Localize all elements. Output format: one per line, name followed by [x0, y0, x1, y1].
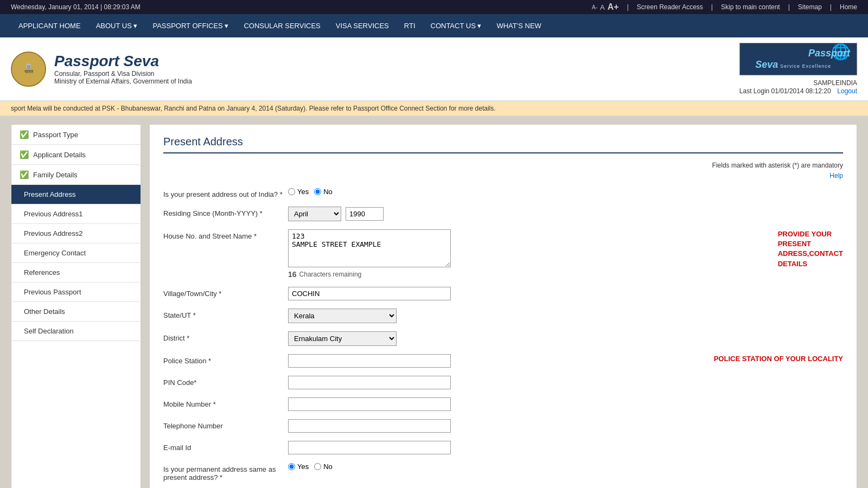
- emblem-logo: 🏛️भारत: [11, 52, 46, 87]
- site-ministry: Ministry of External Affairs, Government…: [54, 78, 192, 85]
- pin-code-input[interactable]: [288, 376, 451, 389]
- font-medium[interactable]: A: [600, 3, 605, 11]
- header-right: PassportSeva Service Excellence 🌐 SAMPLE…: [739, 43, 857, 95]
- site-subtitle: Consular, Passport & Visa Division: [54, 70, 192, 78]
- check-icon: ✅: [20, 130, 29, 139]
- sidebar-label: Previous Address1: [24, 210, 82, 218]
- state-select[interactable]: Kerala Maharashtra Delhi Tamil Nadu Karn…: [288, 309, 397, 323]
- sidebar-label: Other Details: [24, 307, 65, 316]
- telephone-label: Telephone Number: [163, 419, 283, 430]
- house-street-textarea[interactable]: 123 SAMPLE STREET EXAMPLE: [288, 229, 451, 267]
- main-content: ✅ Passport Type ✅ Applicant Details ✅ Fa…: [0, 116, 868, 488]
- out-of-india-yes-label[interactable]: Yes: [288, 188, 309, 196]
- mobile-control: [288, 397, 843, 411]
- nav-contact-us[interactable]: CONTACT US ▾: [423, 14, 489, 37]
- permanent-no-label[interactable]: No: [314, 463, 333, 471]
- sidebar-item-previous-address1[interactable]: Previous Address1: [11, 204, 141, 224]
- mobile-label: Mobile Number *: [163, 397, 283, 408]
- datetime: Wednesday, January 01, 2014 | 08:29:03 A…: [11, 3, 141, 11]
- font-small[interactable]: A-: [592, 4, 597, 10]
- telephone-row: Telephone Number: [163, 419, 843, 433]
- email-input[interactable]: [288, 441, 451, 454]
- year-input[interactable]: [346, 207, 384, 221]
- pin-code-control: [288, 376, 843, 389]
- sidebar-item-previous-passport[interactable]: Previous Passport: [11, 282, 141, 302]
- out-of-india-label: Is your present address out of India? *: [163, 188, 283, 198]
- sidebar-item-self-declaration[interactable]: Self Declaration: [11, 322, 141, 341]
- sidebar-item-applicant-details[interactable]: ✅ Applicant Details: [11, 145, 141, 165]
- sidebar: ✅ Passport Type ✅ Applicant Details ✅ Fa…: [11, 124, 141, 488]
- nav-whats-new[interactable]: WHAT'S NEW: [489, 14, 548, 37]
- sidebar-item-previous-address2[interactable]: Previous Address2: [11, 224, 141, 243]
- nav-about-us[interactable]: ABOUT US ▾: [88, 14, 145, 37]
- sitemap-link[interactable]: Sitemap: [798, 3, 822, 11]
- district-select[interactable]: Ernakulam City Thiruvananthapuram Kozhik…: [288, 331, 397, 346]
- screen-reader-link[interactable]: Screen Reader Access: [637, 3, 703, 11]
- sidebar-item-family-details[interactable]: ✅ Family Details: [11, 165, 141, 185]
- check-icon: ✅: [20, 170, 29, 179]
- nav-passport-offices[interactable]: PASSPORT OFFICES ▾: [145, 14, 236, 37]
- nav-visa-services[interactable]: VISA SERVICES: [328, 14, 397, 37]
- out-of-india-yes-radio[interactable]: [288, 188, 295, 195]
- skip-main-link[interactable]: Skip to main content: [721, 3, 780, 11]
- email-control: [288, 441, 843, 454]
- last-login: Last Login 01/01/2014 08:12:20: [739, 87, 831, 95]
- permanent-no-radio[interactable]: [314, 463, 321, 470]
- home-link[interactable]: Home: [840, 3, 857, 11]
- font-large[interactable]: A+: [608, 2, 619, 12]
- police-station-hint: POLICE STATION OF YOUR LOCALITY: [714, 354, 843, 364]
- house-street-label: House No. and Street Name *: [163, 229, 283, 240]
- permanent-same-control: Yes No: [288, 463, 843, 471]
- ticker: sport Mela will be conducted at PSK - Bh…: [0, 101, 868, 116]
- permanent-yes-label[interactable]: Yes: [288, 463, 309, 471]
- check-icon: ✅: [20, 150, 29, 159]
- font-controls[interactable]: A- A A+: [592, 2, 619, 12]
- nav-applicant-home[interactable]: APPLICANT HOME: [11, 14, 88, 37]
- state-row: State/UT * Kerala Maharashtra Delhi Tami…: [163, 309, 843, 323]
- police-station-input[interactable]: [288, 354, 451, 368]
- sidebar-item-other-details[interactable]: Other Details: [11, 302, 141, 322]
- header-left: 🏛️भारत Passport Seva Consular, Passport …: [11, 52, 192, 87]
- chars-label: Characters remaining: [299, 271, 362, 278]
- district-row: District * Ernakulam City Thiruvananthap…: [163, 331, 843, 346]
- sidebar-label: Self Declaration: [24, 327, 74, 335]
- house-street-row: House No. and Street Name * 123 SAMPLE S…: [163, 229, 843, 279]
- header-logo-text: Passport Seva Consular, Passport & Visa …: [54, 53, 192, 85]
- house-street-control: 123 SAMPLE STREET EXAMPLE 16 Characters …: [288, 229, 762, 279]
- sidebar-item-references[interactable]: References: [11, 263, 141, 282]
- content-area: Present Address Fields marked with aster…: [149, 124, 857, 488]
- telephone-input[interactable]: [288, 419, 451, 433]
- state-label: State/UT *: [163, 309, 283, 319]
- top-bar: Wednesday, January 01, 2014 | 08:29:03 A…: [0, 0, 868, 14]
- site-title: Passport Seva: [54, 53, 192, 70]
- chars-remaining: 16 Characters remaining: [288, 270, 361, 279]
- sidebar-label: Present Address: [24, 190, 75, 198]
- permanent-same-row: Is your permanent address same as presen…: [163, 463, 843, 481]
- nav-consular-services[interactable]: CONSULAR SERVICES: [236, 14, 328, 37]
- sidebar-item-passport-type[interactable]: ✅ Passport Type: [11, 125, 141, 145]
- out-of-india-no-label[interactable]: No: [314, 188, 333, 196]
- top-bar-right: A- A A+ | Screen Reader Access | Skip to…: [592, 2, 857, 12]
- sidebar-label: References: [24, 268, 60, 277]
- mobile-row: Mobile Number *: [163, 397, 843, 411]
- logout-link[interactable]: Logout: [837, 87, 857, 95]
- help-link[interactable]: Help: [163, 172, 843, 179]
- district-label: District *: [163, 331, 283, 342]
- state-control: Kerala Maharashtra Delhi Tamil Nadu Karn…: [288, 309, 843, 323]
- email-label: E-mail Id: [163, 441, 283, 452]
- email-row: E-mail Id: [163, 441, 843, 454]
- address-hint: PROVIDE YOURPRESENTADRESS,CONTACTDETAILS: [778, 229, 843, 269]
- out-of-india-row: Is your present address out of India? * …: [163, 188, 843, 198]
- mobile-input[interactable]: [288, 397, 451, 411]
- permanent-yes-radio[interactable]: [288, 463, 295, 470]
- residing-since-control: JanuaryFebruaryMarch AprilMayJune JulyAu…: [288, 207, 843, 221]
- nav-rti[interactable]: RTI: [397, 14, 423, 37]
- permanent-same-radio-group: Yes No: [288, 463, 333, 471]
- month-select[interactable]: JanuaryFebruaryMarch AprilMayJune JulyAu…: [288, 207, 341, 221]
- sidebar-item-present-address[interactable]: Present Address: [11, 185, 141, 204]
- village-input[interactable]: [288, 287, 451, 300]
- sidebar-item-emergency-contact[interactable]: Emergency Contact: [11, 243, 141, 263]
- site-header: 🏛️भारत Passport Seva Consular, Passport …: [0, 37, 868, 101]
- out-of-india-no-radio[interactable]: [314, 188, 321, 195]
- district-control: Ernakulam City Thiruvananthapuram Kozhik…: [288, 331, 843, 346]
